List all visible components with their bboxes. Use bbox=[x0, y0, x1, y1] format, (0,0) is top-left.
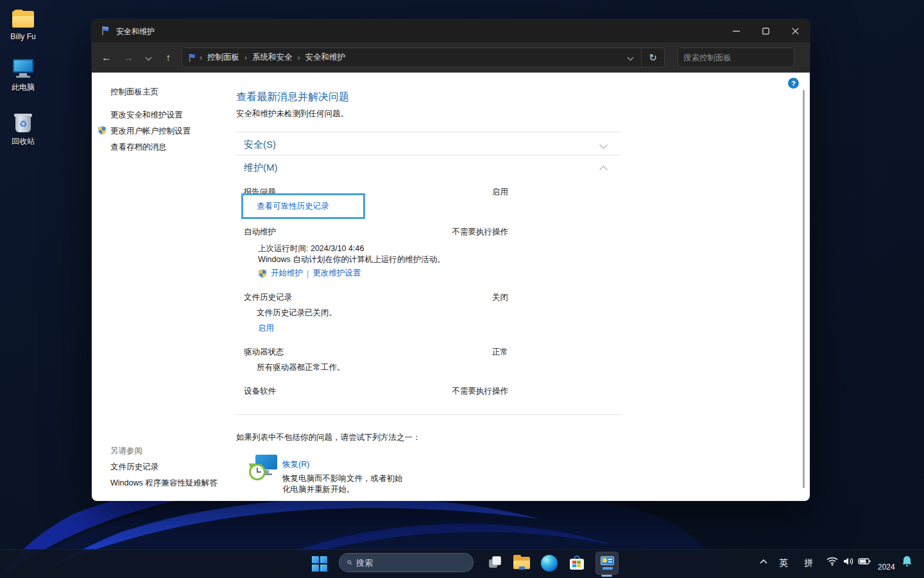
taskbar-search-input[interactable] bbox=[352, 558, 473, 568]
section-maintenance[interactable]: 维护(M) bbox=[244, 162, 278, 174]
recent-locations-button[interactable] bbox=[141, 48, 156, 67]
divider bbox=[236, 414, 621, 415]
drive-status-value: 正常 bbox=[389, 347, 508, 358]
this-pc-icon bbox=[10, 58, 36, 80]
section-security[interactable]: 安全(S) bbox=[244, 139, 276, 151]
control-panel-taskbar-button[interactable] bbox=[595, 552, 619, 575]
active-app-indicator bbox=[601, 575, 612, 577]
sidebar-item-file-history[interactable]: 文件历史记录 bbox=[110, 462, 158, 473]
control-panel-search-input[interactable] bbox=[678, 53, 792, 62]
reliability-history-highlight: 查看可靠性历史记录 bbox=[241, 193, 365, 219]
wifi-button[interactable] bbox=[825, 554, 839, 568]
maximize-button[interactable] bbox=[751, 19, 780, 42]
file-explorer-button[interactable] bbox=[510, 552, 533, 575]
sidebar-item-compatibility-troubleshooter[interactable]: Windows 程序兼容性疑难解答 bbox=[110, 478, 218, 489]
security-maintenance-window: 安全和维护 ← → ↑ › 控制面板 › 系统 bbox=[92, 19, 810, 501]
ime-language-indicator[interactable]: 英 bbox=[779, 557, 788, 569]
taskbar-search-box[interactable] bbox=[339, 553, 474, 572]
file-history-label: 文件历史记录 bbox=[244, 292, 292, 303]
start-maintenance-link[interactable]: 开始维护 bbox=[271, 268, 303, 279]
divider bbox=[236, 132, 621, 132]
store-icon bbox=[565, 552, 588, 575]
chevron-down-icon bbox=[145, 55, 151, 61]
recovery-link[interactable]: 恢复(R) bbox=[282, 459, 309, 470]
navigation-bar: ← → ↑ › 控制面板 › 系统和安全 › 安全和维护 ↻ bbox=[92, 42, 810, 73]
notification-bell-icon bbox=[902, 556, 912, 568]
control-panel-search-box[interactable] bbox=[678, 48, 794, 67]
task-view-icon bbox=[483, 552, 506, 575]
window-flag-icon bbox=[101, 26, 111, 36]
forward-button[interactable]: → bbox=[119, 48, 138, 67]
file-explorer-icon bbox=[510, 552, 533, 575]
window-content: 控制面板主页 更改安全和维护设置 更改用户帐户控制设置 查看存档的消息 另请参阅… bbox=[92, 73, 810, 501]
change-maintenance-settings-link[interactable]: 更改维护设置 bbox=[312, 268, 361, 279]
chevron-up-icon bbox=[760, 559, 767, 564]
desktop-icon-label: Billy Fu bbox=[0, 32, 46, 41]
chevron-down-icon[interactable] bbox=[599, 141, 608, 149]
minimize-button[interactable] bbox=[721, 19, 751, 42]
sidebar-item-view-archived-messages[interactable]: 查看存档的消息 bbox=[110, 142, 167, 153]
control-panel-icon bbox=[596, 552, 618, 575]
address-bar[interactable]: › 控制面板 › 系统和安全 › 安全和维护 ↻ bbox=[182, 48, 665, 67]
file-history-status: 关闭 bbox=[389, 292, 508, 303]
view-reliability-history-link[interactable]: 查看可靠性历史记录 bbox=[257, 201, 329, 212]
search-icon bbox=[347, 558, 352, 567]
task-view-button[interactable] bbox=[483, 552, 506, 575]
back-button[interactable]: ← bbox=[97, 48, 116, 67]
close-icon bbox=[792, 28, 799, 35]
uac-shield-icon bbox=[258, 269, 267, 278]
title-bar[interactable]: 安全和维护 bbox=[92, 19, 810, 42]
enable-file-history-link[interactable]: 启用 bbox=[258, 323, 274, 334]
breadcrumb-chevron-icon: › bbox=[295, 53, 303, 62]
sidebar-item-control-panel-home[interactable]: 控制面板主页 bbox=[110, 87, 158, 98]
help-button[interactable]: ? bbox=[788, 78, 799, 89]
up-button[interactable]: ↑ bbox=[158, 48, 178, 67]
recovery-icon bbox=[249, 455, 278, 486]
window-title: 安全和维护 bbox=[116, 26, 155, 37]
divider bbox=[236, 155, 621, 155]
sidebar-item-change-uac-settings[interactable]: 更改用户帐户控制设置 bbox=[110, 126, 191, 137]
address-dropdown-button[interactable] bbox=[619, 48, 641, 67]
battery-button[interactable] bbox=[857, 554, 871, 568]
auto-maintenance-status: 不需要执行操作 bbox=[389, 227, 508, 238]
volume-icon bbox=[843, 557, 854, 566]
vertical-scrollbar[interactable] bbox=[803, 90, 805, 488]
drive-status-label: 驱动器状态 bbox=[244, 347, 284, 358]
refresh-icon: ↻ bbox=[649, 52, 657, 64]
page-title: 查看最新消息并解决问题 bbox=[236, 91, 349, 104]
back-icon: ← bbox=[101, 52, 112, 64]
sidebar-item-change-security-settings[interactable]: 更改安全和维护设置 bbox=[110, 110, 183, 121]
microsoft-store-button[interactable] bbox=[565, 552, 588, 575]
desktop-icon-recycle-bin[interactable]: ♻ 回收站 bbox=[0, 112, 46, 147]
close-button[interactable] bbox=[780, 19, 810, 42]
chevron-down-icon bbox=[627, 55, 633, 61]
tray-overflow-button[interactable] bbox=[757, 554, 771, 568]
edge-browser-button[interactable] bbox=[538, 552, 561, 575]
breadcrumb-security-maintenance[interactable]: 安全和维护 bbox=[303, 52, 348, 63]
up-icon: ↑ bbox=[166, 52, 171, 64]
desktop-icon-user-folder[interactable]: Billy Fu bbox=[0, 8, 46, 41]
taskbar-clock[interactable]: 2024 bbox=[878, 563, 895, 572]
see-also-header: 另请参阅 bbox=[110, 446, 142, 457]
file-history-desc: 文件历史记录已关闭。 bbox=[257, 308, 337, 319]
wifi-icon bbox=[826, 557, 838, 566]
no-issues-text: 安全和维护未检测到任何问题。 bbox=[236, 109, 348, 119]
start-button[interactable] bbox=[312, 556, 327, 571]
maximize-icon bbox=[762, 28, 769, 35]
chevron-up-icon[interactable] bbox=[599, 166, 608, 174]
refresh-button[interactable]: ↻ bbox=[641, 48, 664, 67]
desktop-root: { "icons": { "back": "←", "forward": "→"… bbox=[0, 0, 924, 578]
address-flag-icon bbox=[188, 53, 197, 62]
drive-status-desc: 所有驱动器都正常工作。 bbox=[257, 362, 345, 373]
edge-icon bbox=[541, 555, 558, 572]
volume-button[interactable] bbox=[841, 554, 855, 568]
maintenance-links-row: 开始维护 | 更改维护设置 bbox=[258, 268, 361, 279]
recovery-desc: 恢复电脑而不影响文件，或者初始化电脑并重新开始。 bbox=[282, 473, 409, 495]
ime-mode-indicator[interactable]: 拼 bbox=[804, 557, 813, 569]
breadcrumb-control-panel[interactable]: 控制面板 bbox=[205, 52, 242, 63]
link-separator: | bbox=[307, 269, 309, 278]
desktop-icon-label: 此电脑 bbox=[0, 82, 46, 93]
notifications-button[interactable] bbox=[900, 554, 914, 568]
desktop-icon-this-pc[interactable]: 此电脑 bbox=[0, 58, 46, 93]
breadcrumb-system-security[interactable]: 系统和安全 bbox=[250, 52, 295, 63]
